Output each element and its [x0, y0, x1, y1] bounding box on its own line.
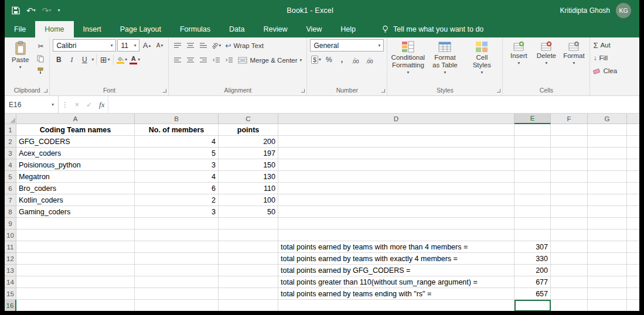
cell-F16[interactable] [551, 300, 588, 311]
cell-F1[interactable] [551, 124, 588, 136]
cell-A7[interactable]: Kotlin_coders [16, 194, 135, 206]
increase-indent-button[interactable] [223, 54, 235, 66]
cell-E8[interactable] [514, 206, 551, 218]
cell-A13[interactable] [16, 265, 135, 276]
cell-E4[interactable] [514, 159, 551, 171]
cell-B8[interactable]: 3 [135, 206, 219, 218]
cell-E13[interactable]: 200 [514, 265, 551, 276]
cell-D12[interactable]: total points earned by teams with exactl… [278, 253, 514, 265]
cell-C7[interactable]: 100 [219, 194, 278, 206]
row-header-5[interactable]: 5 [5, 171, 16, 183]
cell-F7[interactable] [551, 194, 588, 206]
clipboard-dialog-launcher-icon[interactable] [44, 89, 47, 93]
cell-E11[interactable]: 307 [514, 241, 551, 253]
bold-button[interactable]: B [53, 54, 64, 66]
cell-C5[interactable]: 130 [219, 171, 278, 183]
format-painter-button[interactable] [35, 65, 46, 77]
cell-D10[interactable] [278, 230, 514, 241]
cell-D6[interactable] [278, 183, 514, 194]
cell-D14[interactable]: total points greater than 110(without su… [278, 276, 514, 288]
cell-D8[interactable] [278, 206, 514, 218]
merge-and-center-button[interactable]: Merge & Center ▾ [236, 54, 304, 66]
cell-styles-button[interactable]: Cell Styles ▾ [464, 39, 499, 77]
undo-dropdown-icon[interactable]: ▾ [33, 8, 36, 13]
avatar[interactable]: KG [616, 3, 631, 18]
fill-button[interactable]: ↓ Fill [593, 52, 608, 64]
insert-cells-button[interactable]: Insert ▾ [506, 39, 531, 67]
row-header-1[interactable]: 1 [5, 124, 16, 136]
cell-B4[interactable]: 3 [135, 159, 219, 171]
cell-F4[interactable] [551, 159, 588, 171]
cell-B13[interactable] [135, 265, 219, 276]
copy-button[interactable] [35, 53, 46, 64]
column-header-G[interactable]: G [588, 114, 627, 124]
cell-D3[interactable] [278, 148, 514, 159]
cell-H2[interactable] [627, 136, 639, 148]
cell-H4[interactable] [627, 159, 639, 171]
redo-dropdown-icon[interactable]: ▾ [49, 8, 51, 13]
row-header-11[interactable]: 11 [5, 241, 16, 253]
cell-B14[interactable] [135, 276, 219, 288]
confirm-entry-button[interactable]: ✓ [83, 96, 96, 113]
font-size-select[interactable]: 11 ▾ [117, 39, 139, 52]
accounting-format-button[interactable]: $▾ [310, 54, 322, 66]
redo-icon[interactable]: ↷▾ [42, 6, 52, 15]
font-color-button[interactable]: A ▾ [129, 54, 141, 66]
cell-G1[interactable] [588, 124, 627, 136]
cell-C2[interactable]: 200 [219, 136, 278, 148]
cell-G7[interactable] [588, 194, 627, 206]
cell-D1[interactable] [278, 124, 514, 136]
cell-H15[interactable] [627, 288, 639, 300]
tab-formulas[interactable]: Formulas [171, 21, 220, 37]
cell-E12[interactable]: 330 [514, 253, 551, 265]
name-box[interactable]: E16 ▾ [5, 96, 59, 113]
font-dialog-launcher-icon[interactable] [163, 89, 166, 93]
number-format-select[interactable]: General ▾ [310, 39, 384, 52]
cell-H6[interactable] [627, 183, 639, 194]
cell-F14[interactable] [551, 276, 588, 288]
cell-C13[interactable] [219, 265, 278, 276]
cell-F9[interactable] [551, 218, 588, 230]
row-header-10[interactable]: 10 [5, 230, 16, 241]
cell-A4[interactable]: Poisionous_python [16, 159, 135, 171]
cell-G2[interactable] [588, 136, 627, 148]
cell-D9[interactable] [278, 218, 514, 230]
cell-C12[interactable] [219, 253, 278, 265]
orientation-button[interactable]: ab▾ [210, 40, 222, 52]
cell-D4[interactable] [278, 159, 514, 171]
column-header-E[interactable]: E [514, 114, 551, 124]
cell-H11[interactable] [627, 241, 639, 253]
tab-data[interactable]: Data [220, 21, 254, 37]
cell-B12[interactable] [135, 253, 219, 265]
cell-G8[interactable] [588, 206, 627, 218]
cell-G16[interactable] [588, 300, 627, 311]
cell-B7[interactable]: 2 [135, 194, 219, 206]
paste-button[interactable]: Paste ▾ [8, 39, 33, 71]
cell-A16[interactable] [16, 300, 135, 311]
tab-view[interactable]: View [297, 21, 331, 37]
account-area[interactable]: Kritidipta Ghosh KG [560, 3, 639, 18]
cell-E6[interactable] [514, 183, 551, 194]
cell-F8[interactable] [551, 206, 588, 218]
format-as-table-button[interactable]: Format as Table ▾ [427, 39, 462, 77]
cell-B16[interactable] [135, 300, 219, 311]
cell-D16[interactable] [278, 300, 514, 311]
cell-H7[interactable] [627, 194, 639, 206]
cell-H1[interactable] [627, 124, 639, 136]
cell-F12[interactable] [551, 253, 588, 265]
cell-D15[interactable]: total points earned by teams ending with… [278, 288, 514, 300]
increase-decimal-button[interactable]: ←.00 [349, 54, 362, 66]
cell-G5[interactable] [588, 171, 627, 183]
percent-style-button[interactable]: % [323, 54, 335, 66]
increase-font-size-button[interactable]: A▴ [141, 40, 152, 52]
cell-A5[interactable]: Megatron [16, 171, 135, 183]
cell-D5[interactable] [278, 171, 514, 183]
cell-F5[interactable] [551, 171, 588, 183]
cell-F6[interactable] [551, 183, 588, 194]
cell-G4[interactable] [588, 159, 627, 171]
column-header-F[interactable]: F [551, 114, 588, 124]
tab-review[interactable]: Review [254, 21, 297, 37]
cell-E2[interactable] [514, 136, 551, 148]
decrease-indent-button[interactable] [210, 54, 222, 66]
paste-dropdown-icon[interactable]: ▾ [19, 65, 22, 70]
